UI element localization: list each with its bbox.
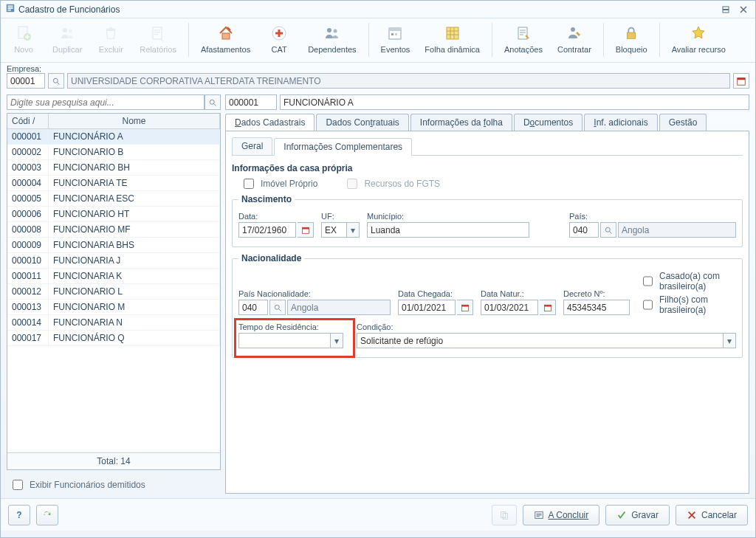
decreto-input[interactable] xyxy=(563,300,630,315)
imovel-proprio-checkbox[interactable]: Imóvel Próprio xyxy=(241,176,317,191)
avaliar-button[interactable]: Avaliar recurso xyxy=(667,21,730,55)
anotacoes-button[interactable]: Anotações xyxy=(500,21,547,55)
table-row[interactable]: 000008FUNCIONARIO MF xyxy=(7,222,220,238)
funcionario-name-input[interactable] xyxy=(280,94,749,110)
help-button[interactable]: ? xyxy=(8,505,30,525)
pais-search-button[interactable] xyxy=(600,222,616,238)
exibir-demitidos-checkbox[interactable]: Exibir Funcionários demitidos xyxy=(10,477,218,492)
empresa-calendar-button[interactable] xyxy=(733,73,749,89)
svg-rect-25 xyxy=(518,27,527,39)
svg-rect-2 xyxy=(8,7,13,9)
subtab-info-complementares[interactable]: Informações Complementares xyxy=(274,138,412,156)
svg-rect-39 xyxy=(544,305,551,306)
uf-input[interactable] xyxy=(321,222,346,238)
table-row[interactable]: 000010FUNCIONARIA J xyxy=(7,253,220,269)
table-row[interactable]: 000013FUNCIONARIO M xyxy=(7,300,220,315)
afastamentos-button[interactable]: Afastamentos xyxy=(196,21,255,55)
lock-icon xyxy=(623,23,639,44)
data-chegada-input[interactable] xyxy=(398,300,456,315)
folha-button[interactable]: Folha dinâmica xyxy=(420,21,484,55)
condicao-input[interactable] xyxy=(357,333,723,348)
table-row[interactable]: 000017FUNCIONÁRIO Q xyxy=(7,331,220,346)
table-row[interactable]: 000003FUNCIONARIO BH xyxy=(7,160,220,176)
svg-rect-33 xyxy=(302,227,309,229)
tab-gestao[interactable]: Gestão xyxy=(659,114,707,131)
funcionario-code-input[interactable] xyxy=(225,94,277,110)
condicao-dropdown[interactable]: ▾ xyxy=(723,333,736,348)
svg-rect-1 xyxy=(8,6,13,7)
svg-rect-37 xyxy=(461,305,468,306)
data-natur-input[interactable] xyxy=(481,300,538,315)
col-header-codigo[interactable]: Códi / xyxy=(7,114,49,128)
new-icon xyxy=(15,23,32,44)
pais-code-input[interactable] xyxy=(569,222,599,238)
dependentes-button[interactable]: Dependentes xyxy=(303,21,360,55)
svg-point-19 xyxy=(333,30,337,33)
table-row[interactable]: 000011FUNCIONARIA K xyxy=(7,269,220,284)
nac-pais-name-input xyxy=(287,300,391,315)
subtab-geral[interactable]: Geral xyxy=(232,137,272,155)
svg-rect-14 xyxy=(154,32,160,33)
table-row[interactable]: 000009FUNCIONARIA BHS xyxy=(7,238,220,253)
check-icon xyxy=(616,510,627,520)
tab-info-folha[interactable]: Informações da folha xyxy=(410,114,512,131)
table-row[interactable]: 000014FUNCIONARIA N xyxy=(7,315,220,331)
uf-dropdown[interactable]: ▾ xyxy=(346,222,360,238)
cancelar-button[interactable]: Cancelar xyxy=(676,505,748,525)
house-icon xyxy=(217,23,235,44)
tab-dados-contratuais[interactable]: Dados Contratuais xyxy=(316,114,408,131)
refresh-button[interactable] xyxy=(36,505,58,525)
data-nascimento-input[interactable] xyxy=(238,222,296,238)
date-picker-icon[interactable] xyxy=(540,300,556,315)
nac-pais-search-button[interactable] xyxy=(269,300,286,315)
bloqueio-button[interactable]: Bloqueio xyxy=(611,21,652,55)
cat-button[interactable]: CAT xyxy=(261,21,298,55)
empresa-search-button[interactable] xyxy=(48,73,64,89)
date-picker-icon[interactable] xyxy=(457,300,473,315)
casado-brasileiro-checkbox[interactable]: Casado(a) com brasileiro(a) xyxy=(640,271,736,292)
duplicar-button[interactable]: Duplicar xyxy=(48,21,86,55)
x-icon xyxy=(687,510,697,520)
tab-inf-adicionais[interactable]: Inf. adicionais xyxy=(584,114,657,131)
svg-rect-13 xyxy=(154,30,160,31)
svg-rect-3 xyxy=(8,10,11,11)
col-header-nome[interactable]: Nome xyxy=(49,114,220,128)
table-row[interactable]: 000002FUNCIONARIO B xyxy=(7,145,220,160)
pais-name-input xyxy=(618,222,736,238)
group-nacionalidade: Nacionalidade País Nacionalidade: Data C… xyxy=(232,253,743,358)
tab-dados-cadastrais[interactable]: Dados Cadastrais xyxy=(225,114,315,131)
eventos-button[interactable]: Eventos xyxy=(377,21,415,55)
svg-point-8 xyxy=(63,28,67,32)
svg-rect-22 xyxy=(391,33,394,35)
svg-rect-21 xyxy=(389,28,401,31)
relatorios-button[interactable]: Relatórios xyxy=(135,21,181,55)
svg-point-26 xyxy=(571,27,575,32)
svg-rect-11 xyxy=(110,27,113,29)
titlebar: Cadastro de Funcionários xyxy=(1,1,755,18)
a-concluir-button[interactable]: A Concluir xyxy=(523,505,600,525)
contratar-button[interactable]: Contratar xyxy=(553,21,596,55)
search-button[interactable] xyxy=(205,94,221,110)
svg-rect-27 xyxy=(628,32,636,38)
empresa-code-input[interactable] xyxy=(7,73,45,89)
table-row[interactable]: 000004FUNCIONARIA TE xyxy=(7,176,220,191)
table-row[interactable]: 000006FUNCIONARIO HT xyxy=(7,207,220,222)
svg-rect-30 xyxy=(738,77,746,80)
minimize-button[interactable] xyxy=(718,4,733,15)
table-row[interactable]: 000005FUNCIONARIA ESC xyxy=(7,191,220,207)
note-icon xyxy=(515,23,532,44)
excluir-button[interactable]: Excluir xyxy=(92,21,129,55)
search-input[interactable] xyxy=(7,94,205,110)
panel-dados-cadastrais: Geral Informações Complementares Informa… xyxy=(225,131,749,494)
novo-button[interactable]: Novo xyxy=(5,21,42,55)
table-row[interactable]: 000012FUNCIONARIO L xyxy=(7,284,220,300)
date-picker-icon[interactable] xyxy=(298,222,314,238)
filho-brasileiro-checkbox[interactable]: Filho(s) com brasileiro(a) xyxy=(640,294,736,315)
municipio-input[interactable] xyxy=(367,222,529,238)
gravar-button[interactable]: Gravar xyxy=(605,505,670,525)
star-icon xyxy=(690,23,707,44)
table-row[interactable]: 000001FUNCIONÁRIO A xyxy=(7,129,220,145)
close-button[interactable] xyxy=(736,4,751,15)
nac-pais-code-input[interactable] xyxy=(238,300,268,315)
tab-documentos[interactable]: Documentos xyxy=(514,114,583,131)
